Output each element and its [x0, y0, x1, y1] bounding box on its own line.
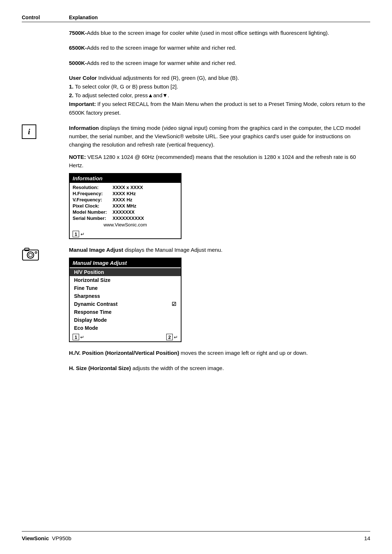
text-col-6500k: 6500K-Adds red to the screen image for w… — [69, 44, 370, 52]
info-unit-pixel: MHz — [127, 203, 136, 209]
text-5000k: 5000K-Adds red to the screen image for w… — [69, 59, 370, 67]
row-information: i Information displays the timing mode (… — [22, 124, 370, 239]
information-table: Information Resolution: XXXX x XXXX H.Fr… — [69, 173, 181, 239]
bold-7500k: 7500K- — [69, 30, 87, 36]
mia-table-footer: 1 ↵ 2 ↵ — [70, 333, 181, 341]
text-information-intro: Information displays the timing mode (vi… — [69, 124, 370, 149]
mia-item-response-time[interactable]: Response Time — [70, 308, 181, 316]
text-col-information: Information displays the timing mode (vi… — [69, 124, 370, 239]
svg-point-1 — [27, 252, 34, 258]
mia-item-fine-tune[interactable]: Fine Tune — [70, 284, 181, 292]
information-table-title: Information — [70, 174, 181, 183]
mia-table: Manual Image Adjust H/V Position Horizon… — [69, 258, 181, 342]
bold-important: Important: — [69, 101, 96, 107]
table-header: Control Explanation — [22, 15, 370, 22]
mia-item-hv-position[interactable]: H/V Position — [70, 268, 181, 276]
info-row-hfreq: H.Frequency: XXXX KHz — [70, 190, 181, 197]
footer-model: VP950b — [52, 535, 71, 541]
mia-table-body: H/V Position Horizontal Size Fine Tune S… — [70, 267, 181, 333]
mia-footer-right: 2 ↵ — [166, 334, 178, 340]
footer-brand-model: ViewSonic VP950b — [22, 535, 72, 541]
information-table-body: Resolution: XXXX x XXXX H.Frequency: XXX… — [70, 183, 181, 230]
mia-footer-arrow1-icon: ↵ — [80, 335, 84, 340]
info-icon: i — [22, 124, 36, 139]
info-value-hfreq: XXXX — [113, 191, 125, 196]
info-label-vfreq: V.Frequency: — [73, 197, 113, 202]
row-user-color: User Color Individual adjustments for re… — [22, 74, 370, 117]
svg-point-4 — [35, 252, 37, 254]
row-h-size-text: H. Size (Horizontal Size) adjusts the wi… — [22, 364, 370, 372]
icon-col-information: i — [22, 124, 69, 139]
bold-5000k: 5000K- — [69, 60, 87, 66]
icon-col-hsize — [22, 364, 69, 365]
info-row-serial: Serial Number: XXXXXXXXXX — [70, 215, 181, 221]
bold-step1: 1. — [69, 83, 74, 90]
mia-label-dynamic-contrast: Dynamic Contrast — [74, 301, 118, 307]
mia-item-sharpness[interactable]: Sharpness — [70, 292, 181, 300]
mia-item-horizontal-size[interactable]: Horizontal Size — [70, 276, 181, 284]
bold-note: NOTE: — [69, 154, 86, 160]
page-footer: ViewSonic VP950b 14 — [22, 531, 370, 541]
icon-col-5000k — [22, 59, 69, 59]
text-information-note: NOTE: VESA 1280 x 1024 @ 60Hz (recommend… — [69, 153, 370, 170]
mia-label-hv-position: H/V Position — [74, 269, 104, 275]
text-mia-intro: Manual Image Adjust displays the Manual … — [69, 246, 370, 254]
footer-page-number: 14 — [364, 535, 370, 541]
content-area: 7500K-Adds blue to the screen image for … — [22, 29, 370, 379]
info-label-pixel: Pixel Clock: — [73, 203, 113, 209]
mia-label-response-time: Response Time — [74, 309, 111, 315]
info-row-resolution: Resolution: XXXX x XXXX — [70, 184, 181, 190]
mia-table-title: Manual Image Adjust — [70, 258, 181, 267]
page: Control Explanation 7500K-Adds blue to t… — [0, 0, 392, 554]
bold-information: Information — [69, 125, 99, 131]
bold-h-size: H. Size (Horizontal Size) — [69, 365, 131, 371]
info-row-pixel: Pixel Clock: XXXX MHz — [70, 203, 181, 209]
info-footer-num: 1 — [73, 231, 79, 237]
info-label-resolution: Resolution: — [73, 185, 113, 190]
bold-hv-position: H./V. Position (Horizontal/Vertical Posi… — [69, 350, 179, 356]
footer-brand: ViewSonic — [22, 535, 49, 541]
icon-col-mia — [22, 246, 69, 261]
mia-item-display-mode[interactable]: Display Mode — [70, 316, 181, 324]
info-value-vfreq: XXXX — [113, 197, 125, 202]
row-7500k: 7500K-Adds blue to the screen image for … — [22, 29, 370, 37]
icon-col-6500k — [22, 44, 69, 44]
mia-label-sharpness: Sharpness — [74, 293, 100, 299]
row-hv-position-text: H./V. Position (Horizontal/Vertical Posi… — [22, 349, 370, 357]
mia-item-eco-mode[interactable]: Eco Mode — [70, 324, 181, 332]
row-6500k: 6500K-Adds red to the screen image for w… — [22, 44, 370, 52]
mia-footer-num1: 1 — [73, 334, 79, 340]
info-row-vfreq: V.Frequency: XXXX Hz — [70, 197, 181, 203]
info-label-hfreq: H.Frequency: — [73, 191, 113, 196]
text-col-user-color: User Color Individual adjustments for re… — [69, 74, 370, 117]
header-control-label: Control — [22, 15, 69, 20]
icon-col-7500k — [22, 29, 69, 29]
text-col-5000k: 5000K-Adds red to the screen image for w… — [69, 59, 370, 67]
row-5000k: 5000K-Adds red to the screen image for w… — [22, 59, 370, 67]
info-label-model: Model Number: — [73, 209, 113, 215]
information-table-footer: 1 ↵ — [70, 230, 181, 238]
info-footer-arrow-icon: ↵ — [81, 231, 85, 237]
info-unit-vfreq: Hz — [127, 197, 132, 202]
bold-step2: 2. — [69, 92, 74, 98]
text-6500k: 6500K-Adds red to the screen image for w… — [69, 44, 370, 52]
info-value-resolution: XXXX x XXXX — [113, 185, 143, 190]
text-hv-position: H./V. Position (Horizontal/Vertical Posi… — [69, 349, 370, 357]
icon-col-user-color — [22, 74, 69, 74]
mia-footer-arrow2-icon: ↵ — [174, 335, 178, 340]
text-h-size: H. Size (Horizontal Size) adjusts the wi… — [69, 364, 370, 372]
info-label-serial: Serial Number: — [73, 216, 113, 221]
info-row-model: Model Number: XXXXXXX — [70, 209, 181, 215]
row-manual-image-adjust: Manual Image Adjust displays the Manual … — [22, 246, 370, 342]
bold-mia: Manual Image Adjust — [69, 247, 123, 253]
text-col-hv: H./V. Position (Horizontal/Vertical Posi… — [69, 349, 370, 357]
info-value-pixel: XXXX — [113, 203, 125, 209]
bold-user-color: User Color — [69, 75, 97, 81]
icon-col-hv — [22, 349, 69, 349]
text-col-hsize: H. Size (Horizontal Size) adjusts the wi… — [69, 364, 370, 372]
info-value-model: XXXXXXX — [113, 209, 135, 215]
header-explanation-label: Explanation — [69, 15, 98, 20]
info-url: www.ViewSonic.com — [70, 221, 181, 228]
dynamic-contrast-checkbox: ☑ — [172, 301, 176, 307]
mia-item-dynamic-contrast[interactable]: Dynamic Contrast ☑ — [70, 300, 181, 308]
